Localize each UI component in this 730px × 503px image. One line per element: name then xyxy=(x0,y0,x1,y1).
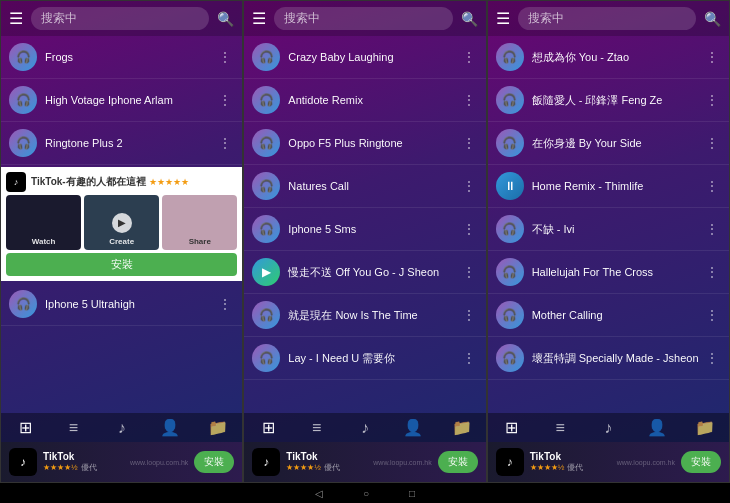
tiktok-ad-bar-2: ♪ TikTok ★★★★½ 優代 www.loopu.com.hk 安裝 xyxy=(244,442,485,482)
tiktok-install-button[interactable]: 安裝 xyxy=(438,451,478,473)
song-item[interactable]: 🎧 High Votage Iphone Arlam ⋮ xyxy=(1,79,242,122)
song-more-button[interactable]: ⋮ xyxy=(460,49,478,65)
song-item[interactable]: ⏸ Home Remix - Thimlife ⋮ xyxy=(488,165,729,208)
tiktok-ad-bar-3: ♪ TikTok ★★★★½ 優代 www.loopu.com.hk 安裝 xyxy=(488,442,729,482)
song-item[interactable]: 🎧 Ringtone Plus 2 ⋮ xyxy=(1,122,242,165)
ad-banner: ♪ TikTok-有趣的人都在這裡 ★★★★★ Watch ▶ Create S… xyxy=(1,167,242,281)
nav-item-2[interactable]: ♪ xyxy=(341,418,389,437)
song-item[interactable]: 🎧 不缺 - Ivi ⋮ xyxy=(488,208,729,251)
song-item[interactable]: 🎧 Frogs ⋮ xyxy=(1,36,242,79)
bottom-nav-3: ⊞≡♪👤📁 xyxy=(488,413,729,442)
song-item[interactable]: ▶ 慢走不送 Off You Go - J Sheon ⋮ xyxy=(244,251,485,294)
song-more-button[interactable]: ⋮ xyxy=(703,92,721,108)
search-bar-3[interactable]: 搜索中 xyxy=(518,7,696,30)
ad-install-button[interactable]: 安裝 xyxy=(6,253,237,276)
song-item[interactable]: 🎧 就是現在 Now Is The Time ⋮ xyxy=(244,294,485,337)
menu-icon-3[interactable]: ☰ xyxy=(496,9,510,28)
song-item[interactable]: 🎧 Mother Calling ⋮ xyxy=(488,294,729,337)
tiktok-rating-text: 優代 xyxy=(81,462,97,473)
song-icon: 🎧 xyxy=(252,301,280,329)
play-button-ad[interactable]: ▶ xyxy=(112,213,132,233)
nav-item-0[interactable]: ⊞ xyxy=(488,418,536,437)
system-nav-bar: ◁ ○ □ xyxy=(0,483,730,503)
song-more-button[interactable]: ⋮ xyxy=(703,307,721,323)
song-more-button[interactable]: ⋮ xyxy=(703,264,721,280)
song-more-button[interactable]: ⋮ xyxy=(216,49,234,65)
nav-item-1[interactable]: ≡ xyxy=(49,418,97,437)
tiktok-rating: ★★★★½ 優代 xyxy=(530,462,611,473)
song-more-button[interactable]: ⋮ xyxy=(460,264,478,280)
nav-item-4[interactable]: 📁 xyxy=(437,418,485,437)
tiktok-stars: ★★★★½ xyxy=(43,463,78,472)
song-item[interactable]: 🎧 Hallelujah For The Cross ⋮ xyxy=(488,251,729,294)
song-icon: ▶ xyxy=(252,258,280,286)
song-more-button[interactable]: ⋮ xyxy=(460,307,478,323)
song-icon: 🎧 xyxy=(496,344,524,372)
tiktok-logo-ad: ♪ xyxy=(6,172,26,192)
tiktok-stars: ★★★★½ xyxy=(530,463,565,472)
tiktok-name: TikTok xyxy=(286,451,367,462)
song-item[interactable]: 🎧 飯隨愛人 - 邱鋒澤 Feng Ze ⋮ xyxy=(488,79,729,122)
bottom-nav-2: ⊞≡♪👤📁 xyxy=(244,413,485,442)
song-more-button[interactable]: ⋮ xyxy=(703,135,721,151)
tiktok-install-button[interactable]: 安裝 xyxy=(194,451,234,473)
song-item[interactable]: 🎧 想成為你 You - Ztao ⋮ xyxy=(488,36,729,79)
tiktok-name: TikTok xyxy=(530,451,611,462)
song-title: Ringtone Plus 2 xyxy=(45,136,216,150)
nav-item-4[interactable]: 📁 xyxy=(681,418,729,437)
tiktok-ad-bar-1: ♪ TikTok ★★★★½ 優代 www.loopu.com.hk 安裝 xyxy=(1,442,242,482)
nav-item-1[interactable]: ≡ xyxy=(293,418,341,437)
song-item[interactable]: 🎧 Iphone 5 Ultrahigh ⋮ xyxy=(1,283,242,326)
song-item[interactable]: 🎧 Antidote Remix ⋮ xyxy=(244,79,485,122)
nav-item-3[interactable]: 👤 xyxy=(389,418,437,437)
tiktok-install-button[interactable]: 安裝 xyxy=(681,451,721,473)
song-more-button[interactable]: ⋮ xyxy=(703,221,721,237)
song-item[interactable]: 🎧 Lay - I Need U 需要你 ⋮ xyxy=(244,337,485,380)
song-title: Antidote Remix xyxy=(288,93,459,107)
song-more-button[interactable]: ⋮ xyxy=(460,350,478,366)
search-icon-1[interactable]: 🔍 xyxy=(217,11,234,27)
song-item[interactable]: 🎧 Iphone 5 Sms ⋮ xyxy=(244,208,485,251)
song-item[interactable]: 🎧 Natures Call ⋮ xyxy=(244,165,485,208)
tiktok-icon: ♪ xyxy=(9,448,37,476)
screen-header-3: ☰ 搜索中 🔍 xyxy=(488,1,729,36)
search-bar-2[interactable]: 搜索中 xyxy=(274,7,452,30)
nav-item-1[interactable]: ≡ xyxy=(536,418,584,437)
song-icon: 🎧 xyxy=(9,43,37,71)
song-icon: 🎧 xyxy=(252,172,280,200)
song-title: Home Remix - Thimlife xyxy=(532,179,703,193)
menu-icon-2[interactable]: ☰ xyxy=(252,9,266,28)
nav-item-0[interactable]: ⊞ xyxy=(1,418,49,437)
search-icon-3[interactable]: 🔍 xyxy=(704,11,721,27)
song-title: Iphone 5 Ultrahigh xyxy=(45,297,216,311)
home-button[interactable]: ○ xyxy=(363,488,369,499)
song-more-button[interactable]: ⋮ xyxy=(216,135,234,151)
song-item[interactable]: 🎧 壞蛋特調 Specially Made - Jsheon ⋮ xyxy=(488,337,729,380)
song-more-button[interactable]: ⋮ xyxy=(216,296,234,312)
nav-item-4[interactable]: 📁 xyxy=(194,418,242,437)
menu-icon-1[interactable]: ☰ xyxy=(9,9,23,28)
song-more-button[interactable]: ⋮ xyxy=(703,49,721,65)
nav-item-0[interactable]: ⊞ xyxy=(244,418,292,437)
tiktok-stars: ★★★★½ xyxy=(286,463,321,472)
song-icon: 🎧 xyxy=(252,43,280,71)
nav-item-3[interactable]: 👤 xyxy=(632,418,680,437)
recent-button[interactable]: □ xyxy=(409,488,415,499)
song-item[interactable]: 🎧 Crazy Baby Laughing ⋮ xyxy=(244,36,485,79)
search-bar-1[interactable]: 搜索中 xyxy=(31,7,209,30)
song-more-button[interactable]: ⋮ xyxy=(460,135,478,151)
song-more-button[interactable]: ⋮ xyxy=(216,92,234,108)
song-more-button[interactable]: ⋮ xyxy=(460,178,478,194)
nav-item-3[interactable]: 👤 xyxy=(146,418,194,437)
phone-screen-3: ☰ 搜索中 🔍 🎧 想成為你 You - Ztao ⋮ 🎧 飯隨愛人 - 邱鋒澤… xyxy=(487,0,730,483)
song-item[interactable]: 🎧 Oppo F5 Plus Ringtone ⋮ xyxy=(244,122,485,165)
nav-item-2[interactable]: ♪ xyxy=(98,418,146,437)
song-more-button[interactable]: ⋮ xyxy=(703,350,721,366)
song-item[interactable]: 🎧 在你身邊 By Your Side ⋮ xyxy=(488,122,729,165)
song-more-button[interactable]: ⋮ xyxy=(460,221,478,237)
nav-item-2[interactable]: ♪ xyxy=(584,418,632,437)
song-more-button[interactable]: ⋮ xyxy=(460,92,478,108)
back-button[interactable]: ◁ xyxy=(315,488,323,499)
song-more-button[interactable]: ⋮ xyxy=(703,178,721,194)
search-icon-2[interactable]: 🔍 xyxy=(461,11,478,27)
